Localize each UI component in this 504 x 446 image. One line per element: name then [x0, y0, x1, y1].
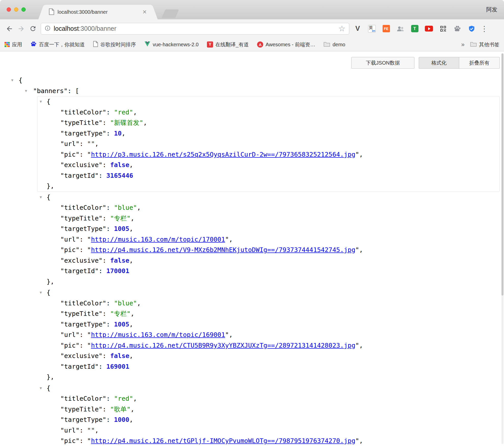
youtube-icon[interactable]	[425, 24, 433, 33]
bookmark-item-demo-folder[interactable]: demo	[324, 41, 345, 48]
collapse-all-button[interactable]: 折叠所有	[459, 57, 500, 69]
url-text: localhost:3000/banner	[54, 25, 116, 32]
json-link[interactable]: http://p4.music.126.net/tGPljf-IMOCyPvum…	[91, 437, 355, 444]
json-punctuation: },	[47, 373, 54, 381]
window-controls	[7, 7, 26, 12]
other-bookmarks-folder[interactable]: 其他书签	[470, 41, 499, 48]
json-punctuation: "	[355, 151, 359, 158]
json-key: "targetId":	[60, 363, 106, 370]
json-punctuation: ,	[129, 416, 133, 423]
json-punctuation: ,	[359, 151, 363, 158]
json-number-value: 170001	[106, 267, 129, 275]
json-key: "titleColor":	[60, 395, 114, 402]
green-badge-icon[interactable]: T	[410, 24, 419, 33]
json-key: "url":	[60, 236, 87, 243]
json-string-value: "专栏"	[110, 215, 131, 222]
json-link[interactable]: http://p4.music.126.net/CTU5B9R9y3XyYBZX…	[91, 342, 355, 349]
json-link[interactable]: http://p3.music.126.net/s25q2x5QyqsAzilC…	[91, 151, 355, 158]
tab-strip: localhost:3000/banner × 阿发	[0, 0, 504, 19]
json-key: "url":	[60, 331, 87, 338]
json-string-value: "red"	[114, 395, 133, 402]
zoom-window-button[interactable]	[21, 7, 26, 12]
browser-tab[interactable]: localhost:3000/banner ×	[45, 5, 151, 19]
bookmark-label: demo	[332, 42, 345, 48]
json-key: "url":	[60, 427, 87, 434]
url-bar[interactable]: localhost:3000/banner ☆	[41, 23, 349, 35]
tab-close-icon[interactable]: ×	[142, 9, 147, 16]
new-tab-button[interactable]	[161, 9, 179, 18]
json-property: "targetId": 170001	[37, 266, 499, 276]
download-json-button[interactable]: 下载JSON数据	[351, 57, 414, 69]
bookmark-item-google-sort[interactable]: 谷歌按时间排序	[93, 41, 136, 48]
json-property: "typeTitle": "新碟首发",	[37, 117, 499, 128]
bookmark-label: Awesomes - 前端资…	[265, 41, 315, 48]
bookmark-item-baidu[interactable]: 百度一下，你就知道	[31, 41, 85, 48]
json-link[interactable]: http://p4.music.126.net/V9-MXz6b2MNhEKju…	[91, 246, 355, 254]
json-punctuation: ,	[133, 395, 137, 402]
json-property: "typeTitle": "专栏",	[37, 213, 499, 224]
collapse-triangle-icon[interactable]: ▼	[25, 86, 27, 96]
format-button[interactable]: 格式化	[419, 57, 459, 69]
navigation-toolbar: localhost:3000/banner ☆ V 英en FE T ⋮	[0, 19, 504, 38]
json-string-value: "专栏"	[110, 310, 131, 317]
json-key: "typeTitle":	[60, 119, 110, 126]
bookmark-label: 其他书签	[479, 41, 499, 48]
collapse-triangle-icon[interactable]: ▼	[40, 96, 42, 107]
json-punctuation: "	[87, 151, 91, 158]
close-window-button[interactable]	[7, 7, 11, 12]
collapse-triangle-icon[interactable]: ▼	[40, 383, 42, 394]
bookmark-item-youdao[interactable]: Y 在线翻译_有道	[207, 41, 249, 48]
bookmark-item-apps[interactable]: 应用	[5, 41, 22, 48]
json-punctuation: ,	[143, 119, 147, 126]
json-punctuation: ,	[95, 427, 99, 434]
json-key: "targetType":	[60, 321, 114, 328]
json-property: "exclusive": false,	[37, 255, 499, 266]
json-key: "targetType":	[60, 416, 114, 423]
json-property: "titleColor": "red",	[37, 107, 499, 118]
bookmark-label: 应用	[12, 41, 22, 48]
scrollbar[interactable]	[501, 53, 503, 444]
json-link[interactable]: http://music.163.com/m/topic/170001	[91, 236, 225, 243]
scrollbar-thumb[interactable]	[501, 53, 503, 295]
page-content: 下载JSON数据 格式化 折叠所有 ▼{▼"banners": [▼{"titl…	[0, 51, 504, 446]
json-punctuation: "	[87, 331, 91, 338]
profile-name[interactable]: 阿发	[486, 6, 497, 13]
json-property: "pic": "http://p4.music.126.net/V9-MXz6b…	[37, 245, 499, 255]
bookmark-star-icon[interactable]: ☆	[338, 25, 345, 33]
shield-check-icon[interactable]	[467, 24, 476, 33]
info-icon[interactable]	[45, 25, 51, 32]
json-punctuation: ,	[129, 321, 133, 328]
forward-button[interactable]	[15, 23, 27, 35]
collapse-triangle-icon[interactable]: ▼	[40, 192, 42, 203]
bookmarks-overflow-chevron[interactable]: »	[461, 41, 465, 48]
json-punctuation: {	[47, 194, 50, 201]
vimium-icon[interactable]: V	[353, 24, 362, 33]
json-key: "targetId":	[60, 172, 106, 179]
browser-menu-icon[interactable]: ⋮	[479, 24, 489, 33]
bookmark-item-vue-hackernews[interactable]: vue-hackernews-2.0	[144, 41, 199, 48]
qr-code-icon[interactable]	[439, 24, 447, 33]
reload-button[interactable]	[27, 23, 39, 35]
minimize-window-button[interactable]	[14, 7, 18, 12]
bookmark-label: vue-hackernews-2.0	[153, 42, 199, 48]
people-extension-icon[interactable]	[396, 24, 405, 33]
json-punctuation: ,	[359, 342, 363, 349]
back-button[interactable]	[4, 23, 15, 35]
json-string-value: "歌单"	[110, 406, 131, 413]
json-punctuation: ,	[229, 331, 233, 338]
paw-extension-icon[interactable]	[453, 24, 462, 33]
json-property: "targetType": 1005,	[37, 319, 499, 330]
bookmark-item-awesomes[interactable]: A Awesomes - 前端资…	[257, 41, 315, 48]
json-property: "targetId": 169001	[37, 361, 499, 372]
json-string-value: "blue"	[114, 204, 137, 211]
json-punctuation: },	[47, 278, 54, 285]
fe-extension-icon[interactable]: FE	[382, 24, 390, 33]
collapse-triangle-icon[interactable]: ▼	[11, 75, 13, 86]
json-line: ▼{	[37, 287, 499, 298]
json-link[interactable]: http://music.163.com/m/topic/169001	[91, 331, 225, 338]
translate-icon[interactable]: 英en	[368, 24, 376, 33]
json-property: "url": "",	[37, 425, 499, 436]
json-property: "targetId": 3165446	[37, 170, 499, 181]
collapse-triangle-icon[interactable]: ▼	[40, 287, 42, 298]
json-punctuation: ,	[131, 406, 134, 413]
